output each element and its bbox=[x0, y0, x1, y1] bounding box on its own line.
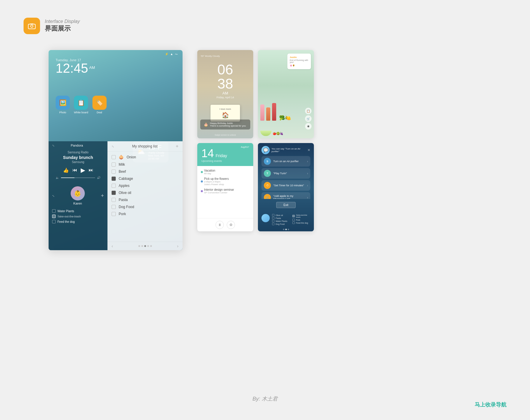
ai-dot-1[interactable] bbox=[283, 229, 284, 230]
shop-item-beef[interactable]: Beef bbox=[107, 168, 183, 175]
cabbage-label: Cabbage bbox=[119, 177, 133, 181]
whiteboard-icon-box: 📋 bbox=[74, 96, 88, 110]
task-item-trash: Take out the trash bbox=[52, 215, 104, 218]
ai-sug-text-3: "Set Timer for 10 minutes" bbox=[273, 184, 305, 187]
birthday-title: Happy Birthday Justin bbox=[210, 122, 246, 124]
app-icon-photo[interactable]: 🖼️ Photo bbox=[56, 96, 70, 114]
vol-track[interactable] bbox=[61, 177, 95, 178]
unlock-hint: Swipe screen to unlock bbox=[215, 134, 236, 136]
shop-item-dog-food[interactable]: Dog Food bbox=[107, 203, 183, 210]
shop-cb-cabbage[interactable] bbox=[112, 177, 116, 181]
header-title-cn: 界面展示 bbox=[45, 24, 80, 33]
fridge-note: Justin End of Running with you! 🌸🌻 bbox=[287, 54, 311, 69]
music-track: Sunday brunch bbox=[52, 155, 104, 160]
nav-prev-btn[interactable]: ‹ bbox=[112, 244, 113, 248]
thumb-lock-screen: 59° Mostly Cloudy 06 38 AM Friday, April… bbox=[197, 50, 253, 138]
shopping-panel: ⤡ My shopping list + 🧅 Onion Milk bbox=[107, 141, 183, 250]
shop-cb-milk[interactable] bbox=[112, 162, 116, 167]
nav-dot-1[interactable] bbox=[138, 245, 140, 247]
ai-sug-text-4: "Add apple to my Shopping List" bbox=[273, 195, 305, 199]
ai-header: 💬 You can say "Turn on an Air purifier" … bbox=[258, 143, 314, 156]
ai-sug-tuusin[interactable]: T "Play Turin" › bbox=[261, 168, 310, 179]
shopping-icon: 🛒 bbox=[264, 194, 271, 199]
fridge-icon-1[interactable]: 📋 bbox=[305, 108, 312, 114]
ai-sug-shopping[interactable]: 🛒 "Add apple to my Shopping List" › bbox=[261, 192, 310, 199]
shop-item-pasta[interactable]: Pasta bbox=[107, 196, 183, 203]
fridge-note-title: Justin bbox=[290, 56, 309, 59]
nav-dot-5[interactable] bbox=[150, 245, 152, 247]
cal-event-seminar-loc: SF Convention Center bbox=[204, 191, 234, 194]
nav-dot-4[interactable] bbox=[147, 245, 149, 247]
task-list: Water Plants Take out the trash Feed the… bbox=[49, 207, 107, 227]
ai-sug-timer[interactable]: ⏱ "Set Timer for 10 minutes" › bbox=[261, 180, 310, 191]
dot-purple-seminar bbox=[201, 190, 203, 192]
add-item-btn[interactable]: + bbox=[176, 144, 178, 149]
volume-bar: 🔈 🔊 bbox=[52, 176, 104, 179]
fridge-icon-2[interactable]: 🛒 bbox=[305, 115, 312, 122]
shop-cb-onion[interactable] bbox=[112, 155, 116, 159]
ai-dot-3[interactable] bbox=[288, 229, 289, 230]
shop-cb-apples[interactable] bbox=[112, 184, 116, 188]
ai-mini-list: Olive oil Pasta Water Plants Dog Food bbox=[272, 214, 290, 226]
cal-event-vacation-title: Vacation bbox=[204, 169, 215, 172]
thumb-fridge: Justin End of Running with you! 🌸🌻 🥦🍋 🍅🥝… bbox=[258, 50, 314, 138]
ai-close-btn[interactable]: ✕ bbox=[307, 148, 310, 152]
nav-next-btn[interactable]: › bbox=[177, 244, 178, 248]
app-icon-whiteboard[interactable]: 📋 White board bbox=[74, 96, 88, 114]
header-text-block: Interface Display 界面展示 bbox=[45, 19, 80, 33]
shop-expand-icon[interactable]: ⤡ bbox=[112, 145, 114, 148]
wifi-icon: 〜 bbox=[175, 52, 178, 57]
shop-item-milk[interactable]: Milk bbox=[107, 161, 183, 168]
ai-mini-item-water: Water Plants bbox=[272, 220, 290, 222]
ai-mini-item-feed: Feed the dog bbox=[292, 222, 310, 224]
shop-item-onion[interactable]: 🧅 Onion bbox=[107, 153, 183, 161]
play-btn[interactable]: ▶ bbox=[81, 167, 85, 174]
ai-mini-text-dogfood: Dog Food bbox=[276, 223, 285, 225]
shop-item-pork[interactable]: Pork bbox=[107, 210, 183, 218]
shop-cb-beef[interactable] bbox=[112, 170, 116, 174]
fridge-icon-3[interactable]: ❄ bbox=[305, 123, 312, 130]
add-person-btn[interactable]: + bbox=[101, 193, 104, 199]
task-checkbox-water[interactable] bbox=[52, 209, 56, 213]
expand-icon[interactable]: ⤡ bbox=[52, 144, 54, 147]
like-btn[interactable]: 👍 bbox=[63, 167, 69, 173]
music-panel-header: ⤡ Pandora bbox=[49, 141, 107, 148]
shop-item-olive-oil[interactable]: Olive oil bbox=[107, 189, 183, 196]
vol-high-icon: 🔊 bbox=[97, 176, 100, 179]
music-content: Samsung Radio Sunday brunch Samsung 👍 ⏮ … bbox=[49, 148, 107, 182]
fridge-veggie-emoji: 🥦🍋 bbox=[279, 115, 291, 121]
ai-sug-samsung-connect[interactable]: S Turn on an Air purifier › bbox=[261, 156, 310, 167]
avatar-expand-icon[interactable]: ⤡ bbox=[52, 194, 54, 197]
cal-event-seminar-title: Interior design seminar bbox=[204, 188, 234, 191]
dot-blue-flowers bbox=[201, 180, 203, 182]
nav-dot-3[interactable] bbox=[144, 245, 146, 247]
cal-settings-btn[interactable]: ⚙ bbox=[227, 221, 235, 229]
cal-subtitle: Upcoming events bbox=[201, 160, 249, 162]
shop-cb-olive-oil[interactable] bbox=[112, 191, 116, 195]
onion-emoji: 🧅 bbox=[119, 155, 124, 160]
shop-cb-pork[interactable] bbox=[112, 212, 116, 216]
cal-event-vacation: Vacation All day bbox=[201, 169, 250, 175]
whiteboard-label: White board bbox=[74, 111, 88, 114]
nav-dot-2[interactable] bbox=[141, 245, 143, 247]
ai-exit-btn[interactable]: Exit bbox=[276, 202, 296, 208]
shop-item-cabbage[interactable]: Cabbage bbox=[107, 175, 183, 182]
ai-avatar-icon: 💬 bbox=[261, 146, 270, 154]
task-item-dog: Feed the dog bbox=[52, 220, 104, 223]
shop-item-apples[interactable]: Apples bbox=[107, 182, 183, 189]
next-btn[interactable]: ⏭ bbox=[89, 167, 93, 173]
dog-food-label: Dog Food bbox=[119, 205, 134, 209]
shop-cb-pasta[interactable] bbox=[112, 198, 116, 202]
shop-cb-dog-food[interactable] bbox=[112, 205, 116, 209]
ai-mini-item-pork: Pork bbox=[292, 219, 310, 221]
teal-nav-text: 马上收录导航 bbox=[475, 401, 506, 408]
app-icon-deal[interactable]: 🏷️ Deal bbox=[92, 96, 107, 114]
cal-pause-btn[interactable]: ⏸ bbox=[216, 221, 224, 229]
task-checkbox-dog[interactable] bbox=[52, 220, 56, 223]
ai-mini-cb-dogfood bbox=[272, 223, 274, 225]
timer-icon: ⏱ bbox=[264, 182, 271, 189]
app-icons-row: 🖼️ Photo 📋 White board 🏷️ Deal ⛅ 78°F Pa… bbox=[56, 96, 175, 114]
task-checkbox-trash[interactable] bbox=[52, 215, 56, 218]
ai-dot-2[interactable] bbox=[285, 229, 287, 230]
prev-btn[interactable]: ⏮ bbox=[72, 167, 77, 173]
